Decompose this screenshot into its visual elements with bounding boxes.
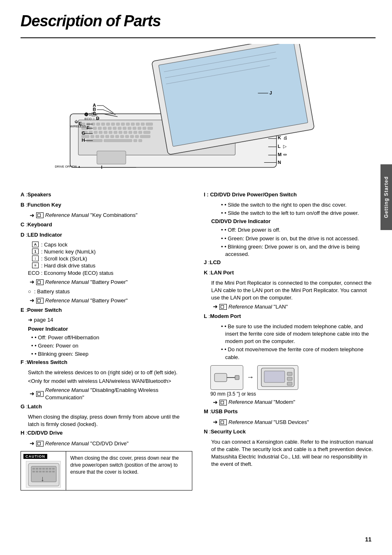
ref-manual-icon-f — [36, 391, 44, 397]
svg-rect-39 — [129, 131, 132, 134]
svg-rect-45 — [96, 135, 99, 138]
svg-text:H: H — [82, 138, 85, 143]
svg-rect-123 — [235, 375, 239, 380]
modem-laptop-img — [257, 365, 298, 390]
arrow-icon-k: ➜ — [213, 303, 218, 311]
svg-text:N: N — [278, 160, 281, 165]
svg-rect-46 — [101, 135, 104, 138]
part-h-letter: H — [21, 430, 24, 436]
part-h: H :CD/DVD Drive — [21, 429, 192, 437]
svg-rect-27 — [138, 127, 141, 129]
part-b-letter: B — [21, 202, 24, 208]
svg-rect-9 — [116, 123, 120, 125]
laptop-diagram: A B C 🅐①🄵≡ ECO ○ D ⏻ E WIRELESS F G — [21, 44, 376, 184]
svg-rect-23 — [118, 127, 121, 129]
svg-text:↓: ↓ — [41, 474, 44, 483]
part-i-ind-b1: • Off: Drive power is off. — [221, 226, 376, 234]
arrow-icon-m: ➜ — [213, 418, 218, 426]
part-m-name: USB Ports — [211, 408, 238, 415]
part-k: K :LAN Port — [204, 269, 376, 277]
part-n-letter: N — [204, 428, 208, 435]
part-m-ref: ➜ Reference Manual "USB Devices" — [213, 418, 376, 426]
part-e-bullet2: • Green: Power on — [31, 342, 192, 350]
part-d-numlock: 1 : Numeric key (NumLk) — [32, 249, 192, 255]
svg-rect-37 — [119, 131, 122, 134]
part-d-eco: ECO : Economy Mode (ECO) status — [28, 269, 192, 277]
ref-manual-icon-l — [219, 400, 227, 405]
part-l-ref: ➜ Reference Manual "Modem" — [213, 398, 376, 407]
ref-manual-icon — [36, 212, 44, 218]
svg-rect-41 — [138, 131, 142, 134]
ref-manual-icon-k — [219, 304, 227, 310]
part-d-name: LED Indicator — [28, 232, 62, 238]
modem-diagram: → 90 mm {3.5 "} or less — [204, 363, 376, 397]
part-d-battery: ○ : Battery status — [28, 288, 192, 295]
svg-rect-26 — [133, 127, 136, 129]
part-k-desc: If the Mini Port Replicator is connected… — [211, 279, 376, 302]
svg-text:K: K — [278, 135, 281, 140]
part-i-letter: I : — [204, 191, 210, 198]
page-container: Description of Parts — [0, 0, 392, 555]
side-tab: Getting Started — [380, 164, 392, 230]
svg-rect-35 — [109, 131, 112, 134]
svg-rect-47 — [106, 135, 109, 138]
svg-rect-59 — [97, 151, 126, 164]
svg-rect-24 — [123, 127, 126, 129]
part-c-letter: C — [21, 221, 24, 228]
part-b-ref-text: Reference Manual "Key Combinations" — [45, 212, 138, 219]
part-l-letter: L — [204, 313, 207, 319]
svg-rect-19 — [98, 127, 101, 129]
svg-text:M: M — [278, 152, 281, 157]
svg-text:⇔: ⇔ — [283, 152, 287, 157]
svg-rect-18 — [93, 127, 97, 129]
part-a-colon: : — [24, 191, 27, 198]
svg-rect-33 — [99, 131, 102, 134]
svg-text:🖨: 🖨 — [283, 135, 288, 140]
arrow-icon-f: ➜ — [30, 390, 35, 398]
part-d-scroll: ↕ : Scroll lock (ScrLk) — [32, 256, 192, 262]
part-e-indicator-title: Power Indicator — [28, 325, 192, 333]
svg-text:F: F — [87, 125, 90, 130]
part-f-letter: F — [21, 359, 24, 365]
svg-text:🅐①🄵≡: 🅐①🄵≡ — [84, 113, 97, 117]
part-g: G :Latch — [21, 403, 192, 411]
svg-rect-32 — [94, 131, 97, 134]
part-d-hdd-label: : Hard disk drive status — [41, 263, 95, 269]
part-h-name: CD/DVD Drive — [28, 430, 63, 436]
svg-rect-21 — [108, 127, 111, 129]
part-e-name: Power Switch — [27, 307, 62, 313]
left-column: A :Speakers B :Function Key ➜ Reference … — [21, 191, 192, 494]
svg-rect-5 — [97, 123, 100, 125]
svg-rect-110 — [46, 468, 48, 470]
svg-rect-121 — [214, 373, 227, 382]
arrow-icon-d1: ➜ — [30, 278, 35, 286]
part-n-desc: You can connect a Kensington cable. Refe… — [211, 438, 376, 468]
part-a-name: Speakers — [28, 191, 51, 198]
svg-rect-117 — [46, 471, 48, 472]
svg-rect-54 — [140, 135, 150, 138]
part-d-letter: D — [21, 232, 24, 238]
svg-rect-8 — [111, 123, 115, 125]
part-l: L :Modem Port — [204, 313, 376, 320]
part-j: J :LCD — [204, 259, 376, 267]
side-tab-label: Getting Started — [383, 176, 389, 218]
part-e-pageref: ➜ page 14 — [28, 316, 192, 324]
svg-text:⏻: ⏻ — [74, 120, 78, 124]
svg-rect-114 — [36, 471, 38, 472]
caution-left: CAUTION ↓ — [21, 451, 66, 490]
svg-rect-31 — [89, 131, 92, 134]
svg-rect-40 — [134, 131, 137, 134]
part-g-desc: When closing the display, press down fir… — [28, 413, 192, 428]
part-f-desc1: Switch the wireless devices to on (right… — [28, 369, 192, 376]
arrow-icon-h: ➜ — [30, 440, 35, 448]
part-d-ref1: ➜ Reference Manual "Battery Power" — [30, 278, 192, 286]
svg-rect-112 — [52, 468, 55, 470]
modem-caption: 90 mm {3.5 "} or less — [210, 391, 256, 397]
part-e-bullet3: • Blinking green: Sleep — [31, 350, 192, 358]
svg-rect-53 — [135, 135, 138, 138]
svg-text:▷: ▷ — [283, 144, 287, 149]
content-columns: A :Speakers B :Function Key ➜ Reference … — [21, 191, 376, 494]
svg-rect-52 — [130, 135, 134, 138]
svg-rect-126 — [287, 372, 292, 375]
part-l-name: Modem Port — [210, 313, 241, 319]
